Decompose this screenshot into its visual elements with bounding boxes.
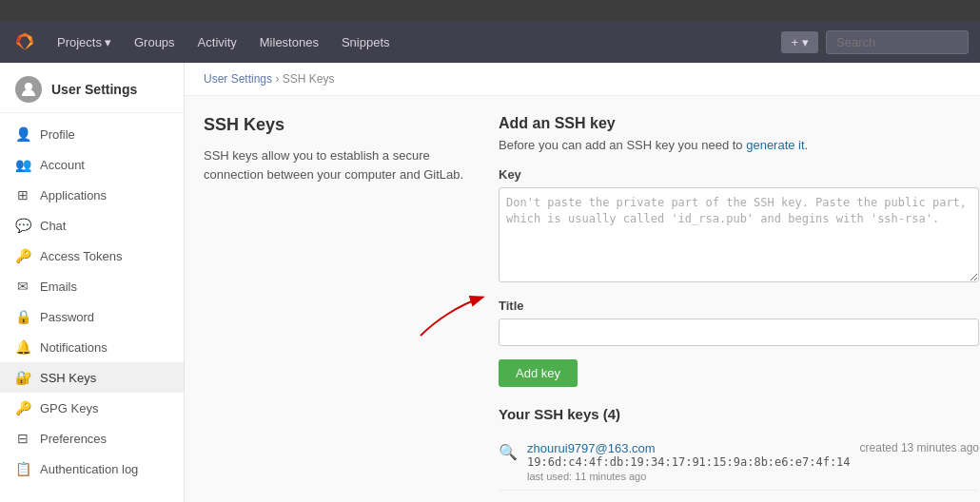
gpg-keys-icon: 🔑 xyxy=(15,400,30,415)
add-ssh-key-title: Add an SSH key xyxy=(499,115,979,132)
your-keys-section: Your SSH keys (4) 🔍 zhourui9797@163.com … xyxy=(499,406,979,491)
emails-icon: ✉ xyxy=(15,279,30,294)
account-icon: 👥 xyxy=(15,157,30,172)
projects-nav[interactable]: Projects ▾ xyxy=(49,31,119,53)
generate-link[interactable]: generate it. xyxy=(746,138,808,152)
profile-icon: 👤 xyxy=(15,126,30,142)
sidebar-header: User Settings xyxy=(0,63,184,113)
sidebar-item-notifications[interactable]: 🔔 Notifications xyxy=(0,332,184,362)
sidebar-item-account[interactable]: 👥 Account xyxy=(0,149,184,180)
key-field-label: Key xyxy=(499,167,979,182)
password-icon: 🔒 xyxy=(15,309,30,324)
search-input[interactable] xyxy=(826,30,969,54)
breadcrumb-current: SSH Keys xyxy=(283,72,335,86)
key-last-used: last used: 11 minutes ago xyxy=(527,471,851,482)
milestones-nav[interactable]: Milestones xyxy=(252,31,326,53)
title-input[interactable] xyxy=(499,319,979,346)
your-keys-title: Your SSH keys (4) xyxy=(499,406,979,422)
sidebar-item-access-tokens[interactable]: 🔑 Access Tokens xyxy=(0,241,184,271)
activity-nav[interactable]: Activity xyxy=(190,31,245,53)
groups-nav[interactable]: Groups xyxy=(127,31,183,53)
breadcrumb-parent[interactable]: User Settings xyxy=(204,72,272,86)
sidebar-item-profile[interactable]: 👤 Profile xyxy=(0,119,184,149)
title-field-label: Title xyxy=(499,299,979,313)
auth-log-icon: 📋 xyxy=(15,461,30,476)
ssh-keys-icon: 🔐 xyxy=(15,370,30,385)
snippets-nav[interactable]: Snippets xyxy=(334,31,398,53)
sidebar-item-gpg-keys[interactable]: 🔑 GPG Keys xyxy=(0,393,184,423)
svg-point-0 xyxy=(25,83,32,90)
sidebar-user-title: User Settings xyxy=(51,82,137,97)
arrow-decoration-2 xyxy=(413,280,489,346)
preferences-icon: ⊟ xyxy=(15,431,30,446)
add-key-button[interactable]: Add key xyxy=(499,359,578,387)
breadcrumb: User Settings › SSH Keys xyxy=(185,63,980,96)
sidebar-item-applications[interactable]: ⊞ Applications xyxy=(0,180,184,210)
notifications-icon: 🔔 xyxy=(15,339,30,355)
sidebar-item-chat[interactable]: 💬 Chat xyxy=(0,210,184,241)
sidebar-item-auth-log[interactable]: 📋 Authentication log xyxy=(0,454,184,484)
new-item-button[interactable]: + ▾ xyxy=(781,31,818,53)
sidebar: User Settings 👤 Profile 👥 Account ⊞ Appl… xyxy=(0,63,185,502)
sidebar-item-password[interactable]: 🔒 Password xyxy=(0,301,184,332)
sidebar-item-preferences[interactable]: ⊟ Preferences xyxy=(0,423,184,454)
avatar xyxy=(15,76,42,103)
key-email[interactable]: zhourui9797@163.com xyxy=(527,441,656,455)
sidebar-nav: 👤 Profile 👥 Account ⊞ Applications 💬 Cha… xyxy=(0,113,184,490)
add-ssh-key-description: Before you can add an SSH key you need t… xyxy=(499,138,979,152)
main-layout: User Settings 👤 Profile 👥 Account ⊞ Appl… xyxy=(0,63,980,502)
sidebar-item-ssh-keys[interactable]: 🔐 SSH Keys xyxy=(0,362,184,393)
key-textarea[interactable] xyxy=(499,187,979,282)
content-area: User Settings › SSH Keys SSH Keys SSH ke… xyxy=(185,63,980,502)
browser-bar xyxy=(0,0,980,21)
key-created: created 13 minutes ago xyxy=(860,441,979,454)
access-tokens-icon: 🔑 xyxy=(15,248,30,263)
right-column: Add an SSH key Before you can add an SSH… xyxy=(499,115,979,491)
content-body: SSH Keys SSH keys allow you to establish… xyxy=(185,96,980,502)
page-title: SSH Keys xyxy=(204,115,470,135)
applications-icon: ⊞ xyxy=(15,187,30,203)
page-description: SSH keys allow you to establish a secure… xyxy=(204,146,470,183)
key-fingerprint: 19:6d:c4:4f:db:19:34:17:91:15:9a:8b:e6:e… xyxy=(527,455,851,469)
sidebar-item-emails[interactable]: ✉ Emails xyxy=(0,271,184,301)
key-item-icon: 🔍 xyxy=(499,443,518,461)
gitlab-nav: Projects ▾ Groups Activity Milestones Sn… xyxy=(0,21,980,63)
gitlab-logo[interactable] xyxy=(11,29,38,55)
chat-icon: 💬 xyxy=(15,218,30,233)
ssh-key-item: 🔍 zhourui9797@163.com 19:6d:c4:4f:db:19:… xyxy=(499,434,979,491)
